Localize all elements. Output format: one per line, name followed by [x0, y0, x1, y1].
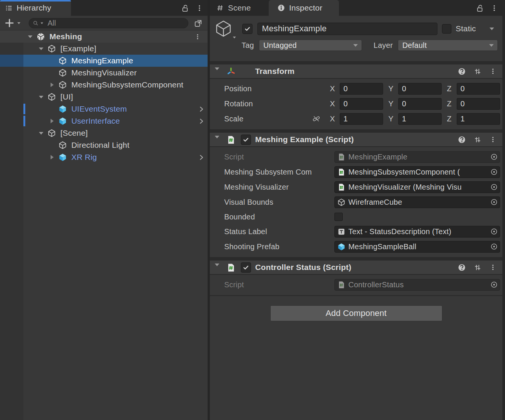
scale-y-field[interactable]: 1	[398, 113, 442, 125]
search-icon	[32, 20, 39, 26]
static-checkbox[interactable]	[442, 24, 451, 34]
foldout-expanded-icon[interactable]	[28, 35, 32, 38]
enabled-checkbox[interactable]	[241, 262, 251, 273]
tab-scene[interactable]: Scene	[210, 0, 269, 16]
prefab-open-chevron-icon[interactable]	[198, 154, 205, 161]
meshing-subsystem-object-field[interactable]: MeshingSubsystemComponent (	[334, 166, 500, 178]
position-x-field[interactable]: 0	[340, 83, 383, 95]
visual-bounds-object-field[interactable]: WireframeCube	[334, 196, 500, 208]
add-dropdown-caret[interactable]	[17, 22, 20, 24]
tree-row-meshingvisualizer[interactable]: MeshingVisualizer	[0, 67, 208, 79]
object-picker-icon[interactable]	[490, 183, 498, 191]
scene-icon	[37, 32, 45, 41]
tree-row-ui[interactable]: [UI]	[0, 91, 208, 103]
meshing-visualizer-row: Meshing Visualizer MeshingVisualizer (Me…	[210, 179, 502, 195]
position-z-field[interactable]: 0	[457, 83, 500, 95]
transform-header[interactable]: Transform	[210, 64, 502, 79]
foldout-expanded-icon[interactable]	[39, 48, 43, 50]
foldout-expanded-icon[interactable]	[215, 136, 219, 145]
scene-kebab-icon[interactable]	[194, 34, 201, 40]
scale-x-field[interactable]: 1	[340, 113, 383, 125]
hierarchy-tab-label: Hierarchy	[17, 3, 51, 12]
window-right-edge	[502, 0, 505, 420]
presets-icon[interactable]	[474, 67, 482, 75]
tree-row-xrrig[interactable]: XR Rig	[0, 151, 208, 163]
prefab-icon	[59, 117, 67, 125]
foldout-expanded-icon[interactable]	[215, 67, 219, 77]
foldout-expanded-icon[interactable]	[39, 96, 43, 98]
object-picker-icon[interactable]	[490, 198, 498, 206]
scale-z-field[interactable]: 1	[457, 113, 500, 125]
foldout-expanded-icon[interactable]	[39, 132, 43, 135]
controller-status-header[interactable]: Controller Status (Script)	[210, 261, 502, 275]
kebab-menu-icon[interactable]	[490, 264, 496, 271]
rotation-y-field[interactable]: 0	[398, 98, 442, 110]
kebab-menu-icon[interactable]	[490, 136, 496, 143]
tree-row-uieventsystem[interactable]: UIEventSystem	[0, 103, 208, 115]
object-picker-icon[interactable]	[490, 227, 498, 236]
transform-icon	[226, 67, 236, 76]
link-broken-icon[interactable]	[312, 115, 320, 123]
meshing-example-header[interactable]: Meshing Example (Script)	[210, 133, 502, 147]
foldout-expanded-icon[interactable]	[215, 264, 219, 273]
object-picker-icon[interactable]	[490, 153, 498, 161]
foldout-collapsed-icon[interactable]	[51, 155, 54, 159]
lock-icon[interactable]	[476, 4, 484, 12]
tab-hierarchy[interactable]: Hierarchy	[0, 0, 71, 16]
layer-dropdown[interactable]: Default	[398, 40, 498, 51]
prefab-open-chevron-icon[interactable]	[198, 118, 205, 124]
help-icon[interactable]	[458, 264, 466, 271]
enabled-checkbox[interactable]	[241, 135, 251, 145]
status-label-object-field[interactable]: Text - StatusDescription (Text)	[334, 226, 500, 238]
lock-icon[interactable]	[181, 4, 189, 12]
position-y-field[interactable]: 0	[398, 83, 442, 95]
script-icon	[337, 183, 345, 191]
rotation-x-field[interactable]: 0	[340, 98, 383, 110]
gameobject-cube-icon[interactable]	[214, 20, 232, 38]
tag-label: Tag	[242, 41, 254, 50]
meshing-visualizer-object-field[interactable]: MeshingVisualizer (Meshing Visu	[334, 181, 500, 193]
kebab-menu-icon[interactable]	[196, 5, 203, 12]
tree-row-meshingsubsystemcomponent[interactable]: MeshingSubsystemComponent	[0, 79, 208, 91]
script-icon	[337, 153, 345, 161]
search-filter-caret[interactable]	[41, 22, 43, 24]
tree-row-meshingexample[interactable]: MeshingExample	[0, 55, 208, 67]
object-picker-icon[interactable]	[490, 168, 498, 176]
override-bar	[23, 116, 25, 126]
script-row: Script MeshingExample	[210, 149, 502, 164]
tree-row-directionallight[interactable]: Directional Light	[0, 139, 208, 151]
gameobject-icon-caret[interactable]	[233, 37, 236, 38]
shooting-prefab-object-field[interactable]: MeshingSampleBall	[334, 241, 500, 253]
active-checkbox[interactable]	[242, 24, 252, 34]
tree-row-example[interactable]: [Example]	[0, 43, 208, 55]
prefab-open-chevron-icon[interactable]	[198, 106, 205, 112]
tree-row-meshing[interactable]: Meshing	[0, 31, 208, 43]
tree-row-userinterface[interactable]: UserInterface	[0, 115, 208, 127]
name-field[interactable]: MeshingExample	[257, 23, 437, 35]
help-icon[interactable]	[458, 136, 466, 144]
object-picker-icon[interactable]	[490, 242, 498, 251]
presets-icon[interactable]	[474, 264, 482, 271]
static-dropdown-caret[interactable]	[490, 28, 494, 30]
open-window-icon[interactable]	[194, 18, 203, 28]
kebab-menu-icon[interactable]	[490, 68, 496, 75]
search-input[interactable]: All	[29, 18, 188, 28]
foldout-collapsed-icon[interactable]	[51, 83, 54, 87]
foldout-collapsed-icon[interactable]	[51, 119, 54, 123]
tag-dropdown[interactable]: Untagged	[259, 40, 362, 51]
bounded-checkbox[interactable]	[334, 213, 343, 221]
rotation-z-field[interactable]: 0	[457, 98, 500, 110]
gameobject-icon	[59, 69, 67, 77]
tab-inspector[interactable]: Inspector	[269, 0, 339, 16]
help-icon[interactable]	[458, 67, 466, 75]
kebab-menu-icon[interactable]	[491, 5, 498, 12]
script-object-field[interactable]: ControllerStatus	[334, 279, 500, 291]
add-component-button[interactable]: Add Component	[270, 305, 442, 321]
script-object-field[interactable]: MeshingExample	[334, 151, 500, 163]
tree-row-scene[interactable]: [Scene]	[0, 127, 208, 139]
add-icon[interactable]	[5, 18, 14, 28]
presets-icon[interactable]	[474, 136, 482, 144]
object-picker-icon[interactable]	[490, 281, 498, 289]
gameobject-header: MeshingExample Static Tag Untagged Layer…	[210, 20, 502, 61]
controller-status-component: Controller Status (Script) Script Contro…	[210, 261, 502, 296]
